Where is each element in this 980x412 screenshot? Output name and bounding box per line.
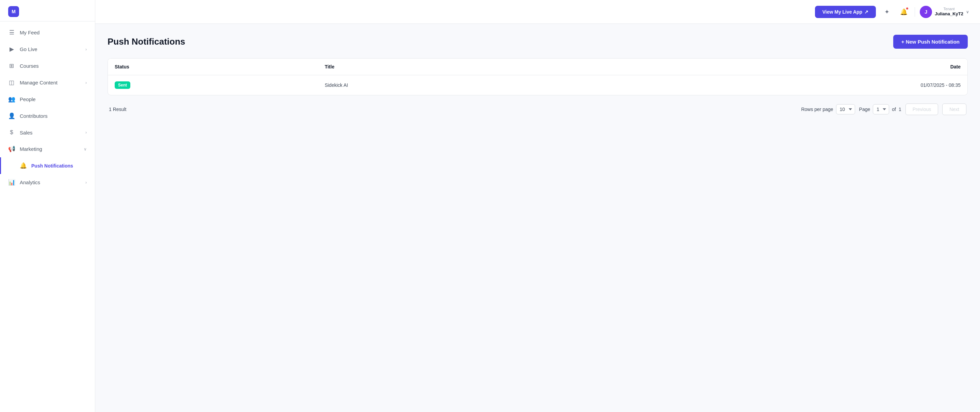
- notifications-table-container: Status Title Date Sent Sidekick AI 01/07…: [108, 58, 968, 95]
- rows-per-page: Rows per page 10 25 50: [801, 104, 855, 114]
- chevron-right-icon: ›: [86, 180, 87, 185]
- total-pages: 1: [899, 107, 901, 112]
- top-header: View My Live App ↗ ✦ 🔔 J Tenant Juliana_…: [95, 0, 980, 24]
- table-header: Status Title Date: [108, 59, 967, 75]
- sidebar-item-label: Courses: [20, 63, 39, 69]
- pagination-controls: Rows per page 10 25 50 Page 1 of 1 Previ…: [801, 104, 966, 115]
- sidebar-item-label: My Feed: [20, 30, 40, 35]
- sidebar-item-label: Analytics: [20, 179, 40, 185]
- table-cell-date: 01/07/2025 - 08:35: [583, 75, 967, 95]
- sidebar-item-label: Marketing: [20, 146, 42, 152]
- table-cell-status: Sent: [108, 75, 318, 95]
- chevron-right-icon: ›: [86, 80, 87, 85]
- table-body: Sent Sidekick AI 01/07/2025 - 08:35: [108, 75, 967, 95]
- header-actions: View My Live App ↗ ✦ 🔔 J Tenant Juliana_…: [815, 6, 969, 18]
- chevron-right-icon: ›: [86, 130, 87, 135]
- courses-icon: ⊞: [8, 62, 15, 69]
- content-header: Push Notifications + New Push Notificati…: [108, 35, 968, 49]
- page-title: Push Notifications: [108, 37, 185, 47]
- sidebar-item-go-live[interactable]: ▶ Go Live ›: [0, 41, 95, 57]
- feed-icon: ☰: [8, 29, 15, 36]
- marketing-icon: 📢: [8, 145, 15, 153]
- view-app-label: View My Live App: [822, 9, 862, 14]
- main-content: Push Notifications + New Push Notificati…: [95, 24, 980, 412]
- view-live-app-button[interactable]: View My Live App ↗: [815, 6, 876, 18]
- avatar: J: [920, 6, 932, 18]
- sidebar-item-contributors[interactable]: 👤 Contributors: [0, 108, 95, 124]
- header-divider: [915, 7, 915, 17]
- chevron-down-icon: ∨: [84, 147, 87, 152]
- contributors-icon: 👤: [8, 112, 15, 120]
- manage-content-icon: ◫: [8, 79, 15, 86]
- sidebar-item-sales[interactable]: $ Sales ›: [0, 124, 95, 141]
- wand-icon: ✦: [885, 8, 889, 16]
- col-header-status: Status: [108, 59, 318, 75]
- sidebar-item-label: Push Notifications: [31, 163, 73, 169]
- chevron-down-icon: ∨: [966, 10, 969, 14]
- col-header-date: Date: [583, 59, 967, 75]
- notifications-table: Status Title Date Sent Sidekick AI 01/07…: [108, 59, 967, 95]
- sidebar-item-label: People: [20, 96, 36, 102]
- sidebar-logo: M: [0, 0, 95, 21]
- tenant-label: Tenant: [935, 6, 963, 11]
- sidebar-item-courses[interactable]: ⊞ Courses: [0, 57, 95, 74]
- sidebar: M ☰ My Feed ▶ Go Live › ⊞ Courses ◫: [0, 0, 95, 412]
- sidebar-nav: ☰ My Feed ▶ Go Live › ⊞ Courses ◫ Manage…: [0, 21, 95, 412]
- sidebar-item-label: Contributors: [20, 113, 48, 119]
- previous-button[interactable]: Previous: [905, 104, 938, 115]
- sidebar-item-label: Go Live: [20, 46, 37, 52]
- table-row[interactable]: Sent Sidekick AI 01/07/2025 - 08:35: [108, 75, 967, 95]
- page-info: Page 1 of 1: [859, 104, 901, 114]
- rows-per-page-select[interactable]: 10 25 50: [836, 104, 855, 114]
- notifications-button[interactable]: 🔔: [898, 6, 910, 18]
- col-header-title: Title: [318, 59, 582, 75]
- logo-icon: M: [8, 6, 19, 17]
- user-info: Tenant Juliana_KyT2: [935, 6, 963, 17]
- people-icon: 👥: [8, 96, 15, 103]
- sales-icon: $: [8, 129, 15, 136]
- page-label: Page: [859, 107, 870, 112]
- analytics-icon: 📊: [8, 179, 15, 186]
- result-count: 1 Result: [109, 107, 126, 112]
- push-notifications-icon: 🔔: [20, 162, 27, 169]
- rows-per-page-label: Rows per page: [801, 107, 833, 112]
- main-area: View My Live App ↗ ✦ 🔔 J Tenant Juliana_…: [95, 0, 980, 412]
- sidebar-item-people[interactable]: 👥 People: [0, 91, 95, 108]
- sidebar-item-manage-content[interactable]: ◫ Manage Content ›: [0, 74, 95, 91]
- user-name: Juliana_KyT2: [935, 11, 963, 17]
- user-menu-button[interactable]: J Tenant Juliana_KyT2 ∨: [920, 6, 969, 18]
- go-live-icon: ▶: [8, 46, 15, 53]
- magic-wand-button[interactable]: ✦: [881, 6, 893, 18]
- sidebar-item-label: Sales: [20, 130, 33, 136]
- page-select[interactable]: 1: [873, 104, 889, 114]
- sidebar-item-my-feed[interactable]: ☰ My Feed: [0, 24, 95, 41]
- sidebar-item-push-notifications[interactable]: 🔔 Push Notifications: [0, 157, 95, 174]
- sidebar-item-label: Manage Content: [20, 80, 57, 85]
- table-cell-title: Sidekick AI: [318, 75, 582, 95]
- chevron-right-icon: ›: [86, 47, 87, 52]
- next-button[interactable]: Next: [942, 104, 966, 115]
- status-badge: Sent: [115, 81, 130, 89]
- external-link-icon: ↗: [864, 9, 869, 14]
- notification-badge: [906, 7, 908, 10]
- new-push-notification-button[interactable]: + New Push Notification: [893, 35, 968, 49]
- sidebar-item-analytics[interactable]: 📊 Analytics ›: [0, 174, 95, 191]
- content-footer: 1 Result Rows per page 10 25 50 Page 1 o…: [108, 104, 968, 115]
- sidebar-item-marketing[interactable]: 📢 Marketing ∨: [0, 141, 95, 157]
- of-label: of: [892, 107, 896, 112]
